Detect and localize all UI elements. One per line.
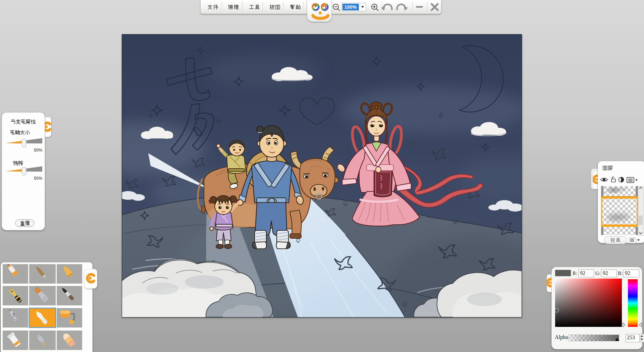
- svg-text:100%: 100%: [344, 4, 357, 10]
- svg-text:50%: 50%: [34, 148, 42, 153]
- svg-text:50%: 50%: [34, 176, 42, 181]
